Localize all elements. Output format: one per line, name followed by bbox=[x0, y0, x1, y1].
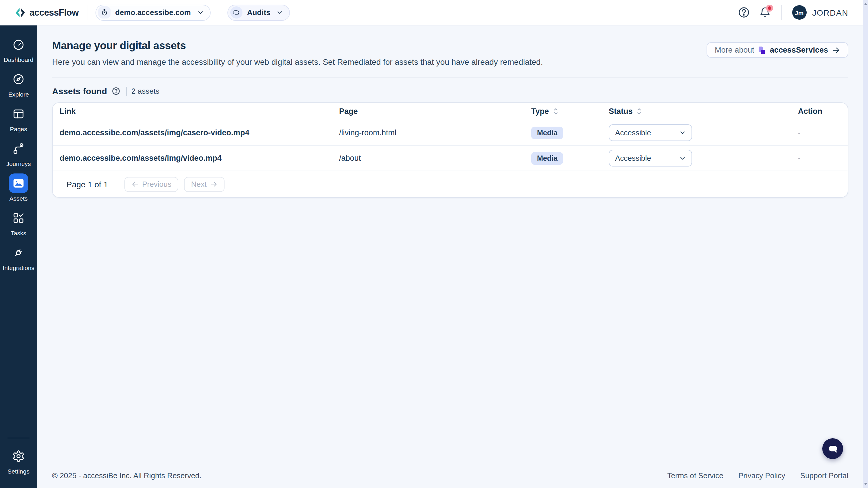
scroll-down-arrow-icon[interactable] bbox=[864, 483, 867, 485]
sidebar-divider bbox=[7, 438, 30, 438]
sidebar-item-integrations[interactable]: Integrations bbox=[0, 243, 37, 271]
info-help-icon[interactable] bbox=[112, 87, 120, 95]
page-head-text: Manage your digital assets Here you can … bbox=[52, 39, 543, 66]
image-icon bbox=[9, 173, 28, 193]
bell-icon[interactable] bbox=[759, 7, 771, 18]
gauge-icon bbox=[9, 35, 28, 54]
header-divider bbox=[781, 5, 781, 20]
column-header-action: Action bbox=[798, 107, 848, 116]
sidebar-item-label: Journeys bbox=[6, 160, 31, 167]
scroll-up-arrow-icon[interactable] bbox=[864, 3, 867, 5]
type-badge: Media bbox=[531, 152, 563, 164]
top-header: accessFlow demo.accessibe.com Audits bbox=[0, 0, 868, 26]
action-cell: - bbox=[798, 154, 848, 162]
more-about-brand: accessServices bbox=[770, 46, 828, 54]
chevron-down-icon bbox=[679, 130, 686, 136]
page-subtitle: Here you can view and manage the accessi… bbox=[52, 57, 543, 66]
asset-link[interactable]: demo.accessibe.com/assets/img/casero-vid… bbox=[60, 128, 339, 137]
chat-bubble-icon bbox=[827, 443, 838, 454]
sidebar-item-tasks[interactable]: Tasks bbox=[0, 208, 37, 236]
sidebar-item-label: Assets bbox=[9, 195, 28, 202]
sidebar-item-label: Tasks bbox=[11, 230, 26, 236]
domain-selector[interactable]: demo.accessibe.com bbox=[95, 4, 211, 21]
table-header-row: Link Page Type Status Action bbox=[53, 103, 848, 120]
asset-page: /about bbox=[339, 154, 531, 162]
terms-of-service-link[interactable]: Terms of Service bbox=[667, 471, 723, 480]
compass-icon bbox=[9, 69, 28, 89]
section-selector-audits[interactable]: Audits bbox=[227, 4, 290, 21]
footer-links: Terms of Service Privacy Policy Support … bbox=[667, 471, 848, 480]
column-header-type[interactable]: Type bbox=[531, 107, 609, 116]
page-indicator: Page 1 of 1 bbox=[66, 180, 108, 189]
copyright-text: © 2025 - accessiBe Inc. All Rights Reser… bbox=[52, 471, 202, 480]
sidebar: Dashboard Explore Pages Journeys Assets bbox=[0, 26, 37, 488]
pagination-row: Page 1 of 1 Previous Next bbox=[53, 171, 848, 197]
tasks-check-icon bbox=[9, 208, 28, 228]
chevron-down-icon bbox=[197, 9, 204, 15]
route-icon bbox=[9, 139, 28, 158]
footer: © 2025 - accessiBe Inc. All Rights Reser… bbox=[52, 471, 848, 488]
chevron-down-icon bbox=[277, 9, 283, 15]
content-divider bbox=[52, 77, 848, 78]
sidebar-item-journeys[interactable]: Journeys bbox=[0, 139, 37, 167]
results-label: Assets found bbox=[52, 86, 107, 96]
sidebar-item-label: Explore bbox=[8, 91, 29, 98]
section-value: Audits bbox=[247, 8, 271, 17]
sidebar-item-label: Pages bbox=[10, 126, 27, 132]
help-icon[interactable] bbox=[738, 6, 750, 19]
action-cell: - bbox=[798, 128, 848, 137]
support-portal-link[interactable]: Support Portal bbox=[800, 471, 848, 480]
asset-link[interactable]: demo.accessibe.com/assets/img/video.mp4 bbox=[60, 154, 339, 162]
plug-icon bbox=[9, 243, 28, 262]
next-button[interactable]: Next bbox=[184, 176, 224, 192]
status-dropdown[interactable]: Accessible bbox=[609, 150, 692, 166]
access-services-logo-icon bbox=[758, 46, 766, 54]
more-about-button[interactable]: More about accessServices bbox=[707, 42, 848, 58]
chat-widget-button[interactable] bbox=[822, 438, 843, 459]
sidebar-item-settings[interactable]: Settings bbox=[0, 446, 37, 475]
main-content: Manage your digital assets Here you can … bbox=[37, 26, 868, 488]
chevron-down-icon bbox=[679, 155, 686, 161]
more-about-prefix: More about bbox=[715, 46, 754, 54]
sidebar-item-pages[interactable]: Pages bbox=[0, 104, 37, 132]
sidebar-item-explore[interactable]: Explore bbox=[0, 69, 37, 98]
arrow-left-icon bbox=[131, 181, 138, 188]
privacy-policy-link[interactable]: Privacy Policy bbox=[738, 471, 785, 480]
avatar[interactable]: Jm bbox=[792, 5, 806, 20]
header-right: Jm JORDAN bbox=[738, 5, 848, 20]
column-header-page: Page bbox=[339, 107, 531, 116]
brand-logo[interactable]: accessFlow bbox=[15, 7, 79, 18]
arrow-right-icon bbox=[832, 46, 840, 54]
scan-icon bbox=[230, 6, 243, 19]
results-line: Assets found 2 assets bbox=[52, 86, 848, 96]
brand-name: accessFlow bbox=[30, 7, 79, 18]
sort-icon bbox=[636, 107, 643, 116]
domain-value: demo.accessibe.com bbox=[115, 8, 191, 17]
sidebar-item-label: Integrations bbox=[3, 264, 34, 271]
results-separator bbox=[126, 87, 127, 96]
status-dropdown[interactable]: Accessible bbox=[609, 124, 692, 141]
previous-button[interactable]: Previous bbox=[124, 176, 178, 192]
page-title: Manage your digital assets bbox=[52, 39, 543, 52]
sidebar-item-dashboard[interactable]: Dashboard bbox=[0, 35, 37, 63]
notification-badge bbox=[766, 4, 773, 11]
arrow-right-icon bbox=[210, 181, 218, 188]
sidebar-bottom: Settings bbox=[0, 438, 37, 481]
app-root: Dashboard Explore Pages Journeys Assets bbox=[0, 0, 868, 488]
asset-page: /living-room.html bbox=[339, 128, 531, 137]
sidebar-item-label: Settings bbox=[7, 468, 30, 475]
header-divider bbox=[87, 5, 87, 20]
user-name[interactable]: JORDAN bbox=[812, 8, 848, 17]
assets-table-card: Link Page Type Status Action demo.access… bbox=[52, 102, 848, 198]
column-header-status[interactable]: Status bbox=[609, 107, 798, 116]
header-divider bbox=[219, 5, 219, 20]
accessflow-logo-icon bbox=[15, 7, 26, 18]
scrollbar[interactable] bbox=[863, 0, 868, 488]
type-badge: Media bbox=[531, 126, 563, 139]
sidebar-item-assets[interactable]: Assets bbox=[0, 173, 37, 202]
table-row: demo.accessibe.com/assets/img/video.mp4 … bbox=[53, 146, 848, 171]
page-head: Manage your digital assets Here you can … bbox=[52, 39, 848, 66]
results-count: 2 assets bbox=[131, 87, 159, 95]
column-header-link: Link bbox=[60, 107, 339, 116]
layout-icon bbox=[9, 104, 28, 124]
